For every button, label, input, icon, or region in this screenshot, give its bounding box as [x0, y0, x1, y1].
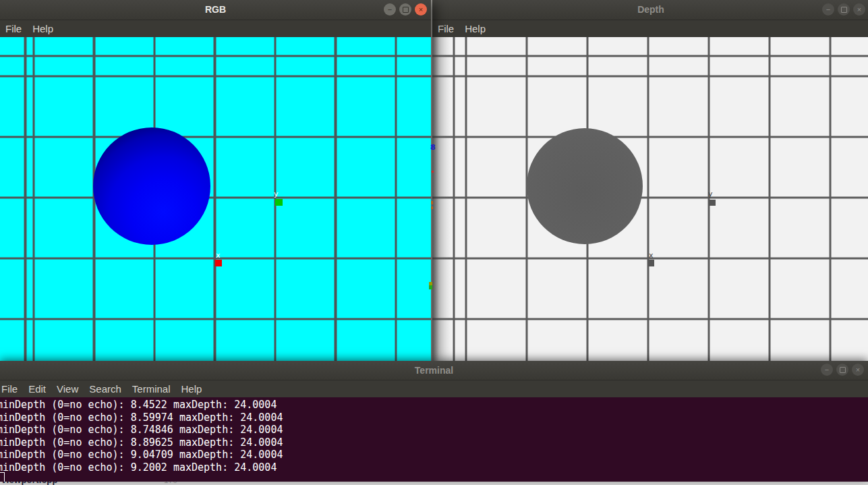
maximize-icon	[840, 367, 846, 373]
blue-sphere	[93, 127, 210, 245]
close-button[interactable]: ×	[853, 3, 865, 16]
rgb-titlebar[interactable]: RGB − ×	[0, 0, 431, 20]
menu-help[interactable]: Help	[176, 380, 208, 397]
rgb-window: RGB − × File Help y x	[0, 0, 431, 361]
red-dot-artifact	[432, 171, 434, 173]
terminal-line: minDepth (0=no echo): 8.74846 maxDepth: …	[0, 424, 868, 436]
close-button[interactable]: ×	[852, 364, 864, 376]
maximize-icon	[841, 7, 847, 13]
rgb-viewport[interactable]: y x	[0, 37, 431, 361]
minimize-icon: −	[388, 3, 392, 16]
maximize-button[interactable]	[399, 3, 411, 16]
close-button[interactable]: ×	[415, 3, 427, 16]
gray-sphere	[527, 128, 643, 244]
minimize-button[interactable]: −	[821, 364, 833, 376]
maximize-button[interactable]	[838, 3, 850, 16]
x-axis-label: x	[649, 252, 654, 259]
x-axis-marker	[648, 260, 654, 266]
orange-mark-artifact	[431, 201, 433, 204]
green-mark-artifact	[429, 285, 432, 289]
blue-glyph-artifact: 8	[430, 143, 436, 152]
terminal-cursor	[0, 472, 5, 482]
depth-viewport[interactable]: y x	[432, 37, 868, 361]
menu-view[interactable]: View	[51, 380, 84, 397]
menu-terminal[interactable]: Terminal	[127, 380, 176, 397]
orange-mark-artifact	[431, 206, 433, 209]
close-icon: ×	[856, 364, 860, 376]
menu-edit[interactable]: Edit	[23, 380, 51, 397]
menu-file[interactable]: File	[0, 380, 23, 397]
depth-titlebar[interactable]: Depth − ×	[432, 0, 868, 20]
menu-search[interactable]: Search	[84, 380, 127, 397]
x-axis-label: x	[216, 252, 221, 259]
terminal-titlebar[interactable]: Terminal − ×	[0, 361, 868, 380]
minimize-button[interactable]: −	[384, 3, 396, 16]
minimize-icon: −	[826, 3, 830, 16]
menu-file[interactable]: File	[432, 20, 459, 37]
maximize-icon	[403, 7, 409, 13]
terminal-output[interactable]: minDepth (0=no echo): 8.4522 maxDepth: 2…	[0, 397, 868, 482]
close-icon: ×	[419, 3, 423, 16]
depth-window: Depth − × File Help y x	[431, 0, 868, 361]
y-axis-label: y	[274, 191, 279, 198]
terminal-window-title: Terminal	[0, 361, 868, 380]
desktop: RGB − × File Help y x Depth	[0, 0, 868, 485]
menu-help[interactable]: Help	[27, 20, 59, 37]
window-edge-shadow	[432, 37, 451, 361]
terminal-line: minDepth (0=no echo): 8.59974 maxDepth: …	[0, 411, 868, 424]
menu-help[interactable]: Help	[459, 20, 491, 37]
terminal-line: minDepth (0=no echo): 8.4522 maxDepth: 2…	[0, 399, 868, 411]
maximize-button[interactable]	[836, 364, 848, 376]
y-axis-label: y	[708, 191, 713, 198]
y-axis-marker	[275, 199, 283, 206]
rgb-menubar: File Help	[0, 20, 431, 37]
minimize-icon: −	[825, 364, 829, 376]
depth-window-title: Depth	[432, 0, 868, 20]
terminal-window: Terminal − × File Edit View Search Termi…	[0, 361, 868, 482]
x-axis-marker	[215, 260, 222, 266]
minimize-button[interactable]: −	[822, 3, 834, 16]
depth-menubar: File Help	[432, 20, 868, 37]
terminal-line: minDepth (0=no echo): 9.2002 maxDepth: 2…	[0, 461, 868, 474]
y-axis-marker	[709, 200, 716, 206]
terminal-line: minDepth (0=no echo): 9.04709 maxDepth: …	[0, 449, 868, 461]
terminal-menubar: File Edit View Search Terminal Help	[0, 380, 868, 397]
menu-file[interactable]: File	[0, 20, 27, 37]
close-icon: ×	[857, 3, 861, 16]
rgb-window-title: RGB	[0, 0, 431, 20]
terminal-line: minDepth (0=no echo): 8.89625 maxDepth: …	[0, 436, 868, 449]
